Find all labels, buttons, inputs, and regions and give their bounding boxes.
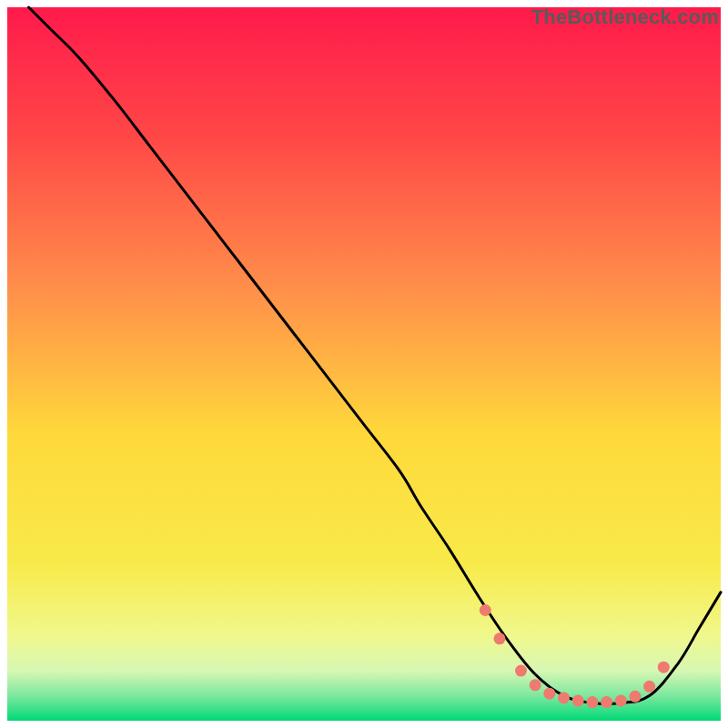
marker-point [615,695,627,707]
marker-point [601,696,612,708]
marker-point [558,692,570,703]
marker-point [629,691,641,703]
watermark-label: TheBottleneck.com [531,5,719,29]
marker-point [543,688,555,700]
marker-point [530,679,541,691]
marker-point [572,695,584,707]
marker-point [493,632,505,644]
marker-point [586,696,598,708]
marker-point [480,604,491,616]
chart-svg [0,0,728,728]
chart-container: TheBottleneck.com [0,0,728,728]
marker-point [643,681,655,693]
marker-point [515,665,527,677]
plot-background [7,7,721,721]
marker-point [658,662,670,673]
